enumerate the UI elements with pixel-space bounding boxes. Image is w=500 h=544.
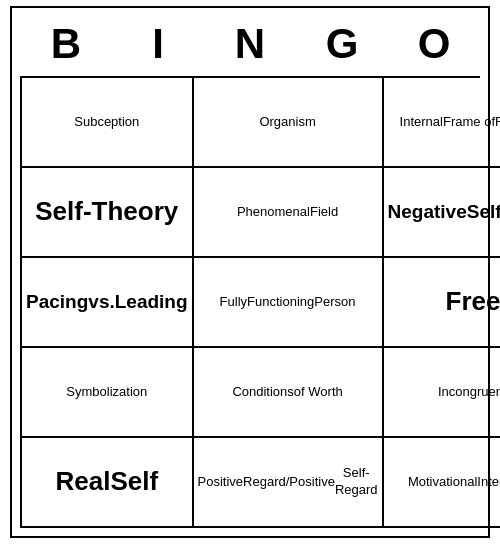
bingo-letter-i: I <box>114 20 202 68</box>
cell-r4-c1: PositiveRegard/PositiveSelf-Regard <box>194 438 384 528</box>
cell-text: Subception <box>74 114 139 131</box>
bingo-letter-n: N <box>206 20 294 68</box>
cell-r3-c0: Symbolization <box>22 348 194 438</box>
cell-text: Functioning <box>247 294 314 311</box>
cell-text: Incongruence <box>438 384 500 401</box>
cell-r2-c0: Pacingvs.Leading <box>22 258 194 348</box>
cell-text: Pacing <box>26 291 88 314</box>
cell-r4-c2: MotivationalInterviewing <box>384 438 500 528</box>
cell-text: Theory <box>92 196 179 227</box>
cell-r1-c2: NegativeSelfRegard <box>384 168 500 258</box>
cell-text: Negative <box>388 201 467 224</box>
cell-text: Real <box>55 466 110 497</box>
bingo-header: BINGO <box>20 16 480 76</box>
cell-text: Interviewing <box>477 474 500 491</box>
cell-r0-c0: Subception <box>22 78 194 168</box>
cell-text: vs. <box>88 291 114 314</box>
cell-text: Self <box>467 201 500 224</box>
cell-text: Field <box>310 204 338 221</box>
cell-text: Leading <box>115 291 188 314</box>
cell-text: Organism <box>259 114 315 131</box>
cell-r2-c1: FullyFunctioningPerson <box>194 258 384 348</box>
bingo-card: BINGO SubceptionOrganismInternalFrame of… <box>10 6 490 538</box>
cell-text: Positive <box>198 474 244 491</box>
cell-r1-c1: PhenomenalField <box>194 168 384 258</box>
cell-text: Fully <box>220 294 247 311</box>
cell-text: Regard/Positive <box>243 474 335 491</box>
bingo-letter-g: G <box>298 20 386 68</box>
cell-text: Reference <box>495 114 500 131</box>
cell-r0-c1: Organism <box>194 78 384 168</box>
cell-text: Self- <box>35 196 91 227</box>
cell-text: Symbolization <box>66 384 147 401</box>
cell-r1-c0: Self-Theory <box>22 168 194 258</box>
bingo-grid: SubceptionOrganismInternalFrame ofRefere… <box>20 76 480 528</box>
cell-text: Motivational <box>408 474 477 491</box>
cell-text: Internal <box>400 114 443 131</box>
cell-text: Frame of <box>443 114 495 131</box>
cell-text: Self-Regard <box>335 465 378 499</box>
cell-r2-c2: Free! <box>384 258 500 348</box>
bingo-letter-o: O <box>390 20 478 68</box>
cell-text: Person <box>314 294 355 311</box>
cell-text: Phenomenal <box>237 204 310 221</box>
cell-r0-c2: InternalFrame ofReference <box>384 78 500 168</box>
cell-r3-c1: Conditionsof Worth <box>194 348 384 438</box>
cell-text: Self <box>110 466 158 497</box>
cell-text: of Worth <box>294 384 343 401</box>
cell-r4-c0: RealSelf <box>22 438 194 528</box>
cell-text: Conditions <box>232 384 293 401</box>
cell-r3-c2: Incongruence <box>384 348 500 438</box>
cell-text: Free! <box>446 285 501 319</box>
bingo-letter-b: B <box>22 20 110 68</box>
